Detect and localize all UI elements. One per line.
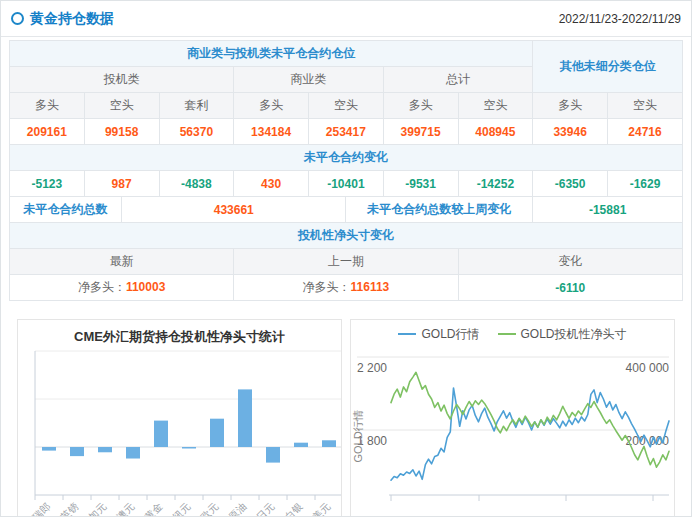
col-header: 套利 xyxy=(159,93,234,119)
net-previous-cell: 净多头：116113 xyxy=(234,275,458,301)
oi-change-value: -6350 xyxy=(533,171,608,197)
line-chart-svg: 2 2001 800400 000200 000GOLD行情 xyxy=(351,348,675,517)
legend-item: GOLD行情 xyxy=(398,326,479,343)
positions-table: 商业类与投机类未平仓合约仓位 其他未细分类仓位 投机类 商业类 总计 多头 空头… xyxy=(9,40,683,301)
col-header: 多头 xyxy=(234,93,309,119)
bar-chart-svg: 瑞郎英镑加元澳元黄金纽元欧元原油日元白银美元 xyxy=(18,350,342,517)
group-header-other: 其他未细分类仓位 xyxy=(533,41,683,93)
date-range: 2022/11/23-2022/11/29 xyxy=(559,12,681,26)
col-header: 多头 xyxy=(533,93,608,119)
group-header-main: 商业类与投机类未平仓合约仓位 xyxy=(10,41,533,67)
category-commercial: 商业类 xyxy=(234,67,384,93)
oi-change-value: -1629 xyxy=(608,171,683,197)
oi-change-value: 987 xyxy=(84,171,159,197)
col-header: 多头 xyxy=(383,93,458,119)
svg-text:英镑: 英镑 xyxy=(58,501,80,517)
svg-text:原油: 原油 xyxy=(226,501,248,517)
net-change-value: -6110 xyxy=(458,275,683,301)
category-speculative: 投机类 xyxy=(10,67,234,93)
net-previous-label: 净多头： xyxy=(303,280,351,294)
position-value: 99158 xyxy=(84,119,159,145)
svg-text:400 000: 400 000 xyxy=(626,361,670,375)
page-header: 黄金持仓数据 2022/11/23-2022/11/29 xyxy=(1,1,691,37)
position-value: 56370 xyxy=(159,119,234,145)
net-latest-cell: 净多头：110003 xyxy=(10,275,234,301)
svg-text:欧元: 欧元 xyxy=(198,501,220,517)
gold-positions-page: 黄金持仓数据 2022/11/23-2022/11/29 商业类与投机类未平仓合… xyxy=(0,0,692,517)
total-oi-label: 未平仓合约总数 xyxy=(10,197,122,223)
svg-text:白银: 白银 xyxy=(282,501,304,517)
total-oi-change-label: 未平仓合约总数较上周变化 xyxy=(346,197,533,223)
net-col-latest: 最新 xyxy=(10,249,234,275)
total-oi-value: 433661 xyxy=(122,197,346,223)
position-value: 209161 xyxy=(10,119,85,145)
oi-change-value: -9531 xyxy=(383,171,458,197)
svg-text:黄金: 黄金 xyxy=(142,501,164,517)
net-col-previous: 上一期 xyxy=(234,249,458,275)
position-value: 253417 xyxy=(309,119,384,145)
legend-item: GOLD投机性净头寸 xyxy=(498,326,627,343)
svg-text:纽元: 纽元 xyxy=(170,501,192,517)
category-total: 总计 xyxy=(383,67,533,93)
oi-change-value: -10401 xyxy=(309,171,384,197)
legend-label: GOLD投机性净头寸 xyxy=(521,326,627,343)
bullet-icon xyxy=(11,12,24,25)
svg-text:瑞郎: 瑞郎 xyxy=(30,501,52,517)
col-header: 空头 xyxy=(309,93,384,119)
total-oi-change-value: -15881 xyxy=(533,197,683,223)
svg-text:2 200: 2 200 xyxy=(357,361,387,375)
bar-chart-panel: CME外汇期货持仓投机性净头寸统计 瑞郎英镑加元澳元黄金纽元欧元原油日元白银美元 xyxy=(17,319,342,517)
col-header: 空头 xyxy=(458,93,533,119)
svg-text:美元: 美元 xyxy=(310,501,332,517)
col-header: 空头 xyxy=(84,93,159,119)
svg-text:GOLD行情: GOLD行情 xyxy=(352,409,364,462)
legend-line-icon xyxy=(398,333,416,335)
line-chart-legend: GOLD行情GOLD投机性净头寸 xyxy=(351,320,674,348)
net-latest-value: 110003 xyxy=(126,280,165,294)
oi-change-header: 未平仓合约变化 xyxy=(10,145,683,171)
legend-line-icon xyxy=(498,333,516,335)
position-value: 399715 xyxy=(383,119,458,145)
line-chart-panel: GOLD行情GOLD投机性净头寸 2 2001 800400 000200 00… xyxy=(350,319,675,517)
legend-label: GOLD行情 xyxy=(421,326,479,343)
position-value: 408945 xyxy=(458,119,533,145)
net-latest-label: 净多头： xyxy=(78,280,126,294)
bar-chart-title: CME外汇期货持仓投机性净头寸统计 xyxy=(18,320,341,350)
col-header: 多头 xyxy=(10,93,85,119)
svg-text:加元: 加元 xyxy=(86,501,108,517)
oi-change-value: -4838 xyxy=(159,171,234,197)
col-header: 空头 xyxy=(608,93,683,119)
svg-text:日元: 日元 xyxy=(254,501,276,517)
oi-change-value: -5123 xyxy=(10,171,85,197)
net-position-header: 投机性净头寸变化 xyxy=(10,223,683,249)
svg-text:澳元: 澳元 xyxy=(114,501,136,517)
position-value: 24716 xyxy=(608,119,683,145)
position-value: 33946 xyxy=(533,119,608,145)
position-value: 134184 xyxy=(234,119,309,145)
oi-change-value: 430 xyxy=(234,171,309,197)
net-col-change: 变化 xyxy=(458,249,683,275)
net-previous-value: 116113 xyxy=(351,280,390,294)
page-title: 黄金持仓数据 xyxy=(30,10,114,28)
oi-change-value: -14252 xyxy=(458,171,533,197)
